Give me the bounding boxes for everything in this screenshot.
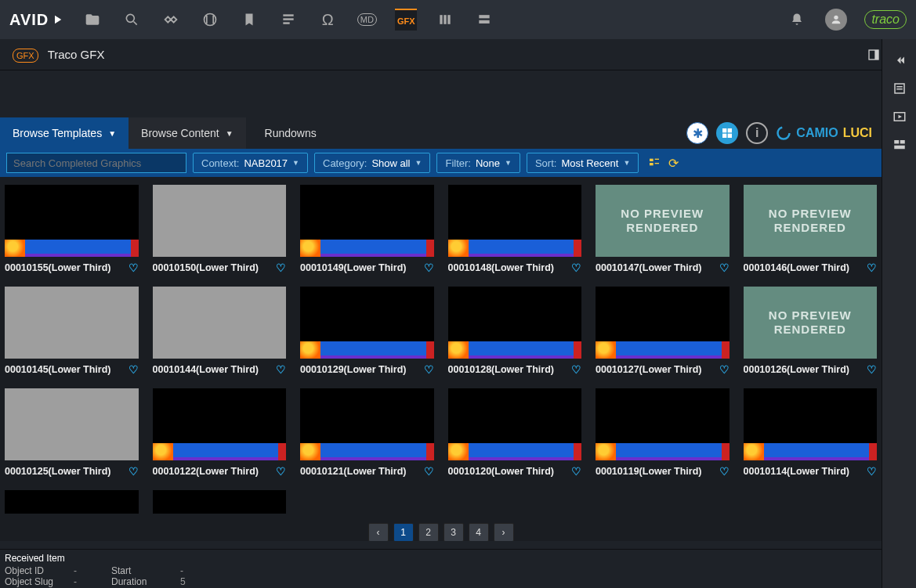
template-card[interactable]: 00010128(Lower Third)♡ <box>448 287 582 376</box>
card-label-row: 00010148(Lower Third)♡ <box>448 262 582 274</box>
template-card[interactable]: NO PREVIEW RENDERED00010126(Lower Third)… <box>744 287 878 376</box>
svg-rect-30 <box>650 159 654 161</box>
favorite-icon[interactable]: ♡ <box>867 363 877 376</box>
link-icon[interactable] <box>160 9 182 31</box>
card-label-row: 00010147(Lower Third)♡ <box>596 262 730 274</box>
template-card[interactable]: 00010155(Lower Third)♡ <box>5 185 139 274</box>
bookmark-icon[interactable] <box>238 9 260 31</box>
chevron-down-icon: ▼ <box>505 159 512 167</box>
favorite-icon[interactable]: ♡ <box>424 363 434 376</box>
server-icon[interactable] <box>473 9 495 31</box>
tab-browse-content[interactable]: Browse Content ▼ <box>129 117 246 149</box>
favorite-icon[interactable]: ♡ <box>129 363 139 376</box>
template-card[interactable]: 00010114(Lower Third)♡ <box>744 388 878 478</box>
thumbnail-no-preview: NO PREVIEW RENDERED <box>744 287 878 359</box>
svg-rect-32 <box>655 159 659 160</box>
panel-title-bar: GFX Traco GFX <box>0 39 916 70</box>
page-4[interactable]: 4 <box>469 523 489 541</box>
sun-button[interactable]: ✱ <box>686 122 708 144</box>
template-card[interactable]: 00010145(Lower Third)♡ <box>5 287 139 376</box>
favorite-icon[interactable]: ♡ <box>867 262 877 274</box>
page-next[interactable]: › <box>494 523 514 541</box>
info-button[interactable]: i <box>746 122 768 144</box>
template-card[interactable]: 00010121(Lower Third)♡ <box>300 388 434 478</box>
favorite-icon[interactable]: ♡ <box>276 363 286 376</box>
favorite-icon[interactable]: ♡ <box>276 465 286 478</box>
list-icon[interactable] <box>277 9 299 31</box>
filter-dropdown[interactable]: Filter: None ▼ <box>436 153 520 173</box>
results-grid[interactable]: 00010155(Lower Third)♡00010150(Lower Thi… <box>0 177 882 541</box>
search-input[interactable] <box>6 153 186 173</box>
user-avatar[interactable] <box>825 9 847 31</box>
favorite-icon[interactable]: ♡ <box>276 262 286 274</box>
favorite-icon[interactable]: ♡ <box>719 465 730 478</box>
template-card[interactable]: 00010150(Lower Third)♡ <box>153 185 287 274</box>
page-prev[interactable]: ‹ <box>368 523 389 541</box>
template-card[interactable]: 00010129(Lower Third)♡ <box>300 287 434 376</box>
sort-dropdown[interactable]: Sort: Most Recent ▼ <box>527 153 639 173</box>
tab-rundowns[interactable]: Rundowns <box>246 127 335 139</box>
traco-logo: traco <box>864 10 907 29</box>
globe-icon[interactable] <box>199 9 221 31</box>
rail-page-icon[interactable] <box>892 81 907 96</box>
template-card[interactable]: 00010127(Lower Third)♡ <box>596 287 730 376</box>
favorite-icon[interactable]: ♡ <box>867 465 877 478</box>
filter-bar: Context: NAB2017 ▼ Category: Show all ▼ … <box>0 149 882 177</box>
card-label-row: 00010119(Lower Third)♡ <box>596 465 730 478</box>
template-card[interactable]: 00010120(Lower Third)♡ <box>448 388 582 478</box>
template-card[interactable] <box>5 490 139 514</box>
thumbnail <box>300 388 434 460</box>
template-card[interactable]: 00010122(Lower Third)♡ <box>153 388 287 478</box>
template-card[interactable] <box>153 490 287 514</box>
template-card[interactable]: 00010149(Lower Third)♡ <box>300 185 434 274</box>
template-card[interactable]: 00010148(Lower Third)♡ <box>448 185 582 274</box>
thumbnail <box>448 185 582 257</box>
gfx-tab-icon[interactable]: GFX <box>395 9 417 31</box>
template-card[interactable]: 00010125(Lower Third)♡ <box>5 388 139 478</box>
page-2[interactable]: 2 <box>418 523 439 541</box>
card-label-row: 00010128(Lower Third)♡ <box>448 363 582 376</box>
context-dropdown[interactable]: Context: NAB2017 ▼ <box>193 153 308 173</box>
favorite-icon[interactable]: ♡ <box>571 363 581 376</box>
page-1[interactable]: 1 <box>393 523 414 541</box>
search-icon[interactable] <box>121 9 143 31</box>
columns-icon[interactable] <box>434 9 456 31</box>
thumbnail <box>153 185 287 257</box>
rail-video-icon[interactable] <box>892 110 907 124</box>
refresh-icon[interactable]: ⟳ <box>668 156 679 171</box>
dock-icon[interactable] <box>867 49 880 61</box>
bell-icon[interactable] <box>786 9 808 31</box>
thumbnail <box>153 388 287 460</box>
svg-point-2 <box>205 14 216 26</box>
md-icon[interactable]: MD <box>356 9 378 31</box>
tab-browse-templates[interactable]: Browse Templates ▼ <box>0 117 129 149</box>
card-id: 00010147(Lower Third) <box>596 262 701 273</box>
status-title: Received Item <box>5 553 877 564</box>
card-label-row: 00010121(Lower Third)♡ <box>300 465 434 478</box>
duration-value: 5 <box>180 576 204 587</box>
collapse-rail-icon[interactable] <box>892 53 907 67</box>
template-card[interactable]: NO PREVIEW RENDERED00010146(Lower Third)… <box>744 185 878 274</box>
template-card[interactable]: 00010119(Lower Third)♡ <box>596 388 730 478</box>
favorite-icon[interactable]: ♡ <box>571 465 581 478</box>
folder-icon[interactable] <box>81 9 103 31</box>
spacer-bar <box>0 70 916 117</box>
view-toggle-icon[interactable] <box>648 157 661 169</box>
page-3[interactable]: 3 <box>444 523 464 541</box>
favorite-icon[interactable]: ♡ <box>571 262 581 274</box>
card-id: 00010129(Lower Third) <box>300 364 406 375</box>
favorite-icon[interactable]: ♡ <box>424 465 434 478</box>
favorite-icon[interactable]: ♡ <box>719 363 730 376</box>
rail-layout-icon[interactable] <box>892 138 907 152</box>
favorite-icon[interactable]: ♡ <box>424 262 434 274</box>
favorite-icon[interactable]: ♡ <box>719 262 730 274</box>
omega-icon[interactable]: Ω <box>317 9 339 31</box>
favorite-icon[interactable]: ♡ <box>129 465 139 478</box>
grid-view-button[interactable] <box>716 122 738 144</box>
favorite-icon[interactable]: ♡ <box>129 262 139 274</box>
object-slug-value: - <box>74 576 97 587</box>
template-card[interactable]: NO PREVIEW RENDERED00010147(Lower Third)… <box>596 185 730 274</box>
template-card[interactable]: 00010144(Lower Third)♡ <box>153 287 287 376</box>
card-label-row: 00010150(Lower Third)♡ <box>153 262 287 274</box>
category-dropdown[interactable]: Category: Show all ▼ <box>314 153 430 173</box>
